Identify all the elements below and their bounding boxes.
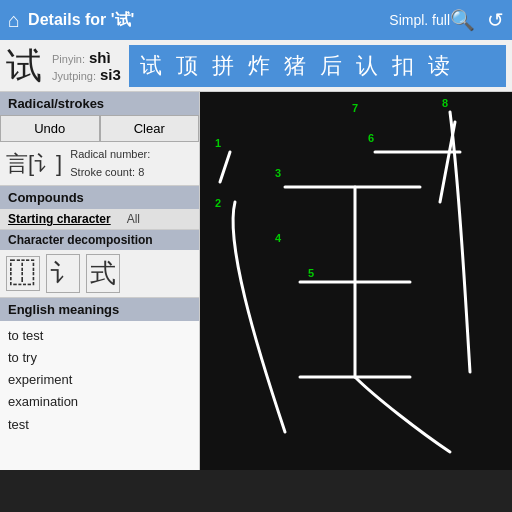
pinyin-row: 试 Pinyin: shì Jyutping: si3 试 顶 拼 炸 猪 后 … — [0, 40, 512, 92]
subtitle: Simpl. full — [389, 12, 450, 28]
main-character[interactable]: 试 — [6, 48, 42, 84]
decomp-char-0[interactable]: ⿰ — [6, 256, 40, 291]
refresh-icon[interactable]: ↺ — [487, 8, 504, 32]
search-icon[interactable]: 🔍 — [450, 8, 475, 32]
tab-starting-character[interactable]: Starting character — [0, 209, 119, 229]
undo-button[interactable]: Undo — [0, 115, 100, 142]
char-strip-item-8[interactable]: 读 — [421, 51, 457, 81]
meaning-4: test — [8, 414, 191, 436]
radical-section-header: Radical/strokes — [0, 92, 199, 115]
left-panel: Radical/strokes Undo Clear 言[讠] Radical … — [0, 92, 200, 470]
meaning-3: examination — [8, 391, 191, 413]
char-strip-item-7[interactable]: 扣 — [385, 51, 421, 81]
main-content: Radical/strokes Undo Clear 言[讠] Radical … — [0, 92, 512, 470]
tab-all[interactable]: All — [119, 209, 148, 229]
page-title: Details for '试' — [28, 10, 385, 31]
meaning-0: to test — [8, 325, 191, 347]
jyutping-value: si3 — [100, 66, 121, 83]
home-icon[interactable]: ⌂ — [8, 9, 20, 32]
app-header: ⌂ Details for '试' Simpl. full 🔍 ↺ — [0, 0, 512, 40]
radical-chars: 言[讠] — [6, 149, 62, 179]
char-strip-item-5[interactable]: 后 — [313, 51, 349, 81]
decomp-char-1[interactable]: 讠 — [46, 254, 80, 293]
radical-info: 言[讠] Radical number: Stroke count: 8 — [0, 142, 199, 186]
char-strip-item-6[interactable]: 认 — [349, 51, 385, 81]
char-strip: 试 顶 拼 炸 猪 后 认 扣 读 — [129, 45, 506, 87]
clear-button[interactable]: Clear — [100, 115, 200, 142]
char-strip-item-3[interactable]: 炸 — [241, 51, 277, 81]
radical-number-label: Radical number: — [70, 148, 150, 160]
stroke-canvas[interactable] — [200, 92, 512, 470]
compounds-header: Compounds — [0, 186, 199, 209]
meanings-list: to test to try experiment examination te… — [0, 321, 199, 470]
char-strip-item-2[interactable]: 拼 — [205, 51, 241, 81]
decomp-char-2[interactable]: 式 — [86, 254, 120, 293]
radical-text: Radical number: Stroke count: 8 — [70, 146, 150, 181]
drawing-area[interactable] — [200, 92, 512, 470]
meaning-1: to try — [8, 347, 191, 369]
stroke-count-value: 8 — [138, 166, 144, 178]
meanings-header: English meanings — [0, 298, 199, 321]
stroke-count-label: Stroke count: — [70, 166, 135, 178]
decomp-header: Character decomposition — [0, 230, 199, 250]
char-strip-item-1[interactable]: 顶 — [169, 51, 205, 81]
jyutping-label: Jyutping: — [52, 70, 96, 82]
meaning-2: experiment — [8, 369, 191, 391]
decomp-chars: ⿰ 讠 式 — [0, 250, 199, 298]
compounds-tabs: Starting character All — [0, 209, 199, 230]
pinyin-value: shì — [89, 49, 111, 66]
pinyin-block: Pinyin: shì Jyutping: si3 — [52, 49, 121, 83]
char-strip-item-0[interactable]: 试 — [133, 51, 169, 81]
char-strip-item-4[interactable]: 猪 — [277, 51, 313, 81]
undo-clear-bar: Undo Clear — [0, 115, 199, 142]
pinyin-label: Pinyin: — [52, 53, 85, 65]
